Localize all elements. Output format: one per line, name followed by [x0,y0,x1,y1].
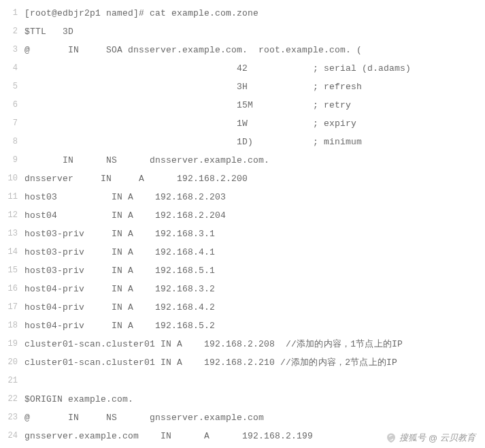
line-number: 14 [0,243,24,261]
code-text: host04-priv IN A 192.168.4.2 [24,298,485,317]
line-number: 4 [0,59,24,78]
line-number: 8 [0,133,24,151]
code-text: IN NS dnsserver.example.com. [24,151,485,170]
code-line: 20cluster01-scan.cluster01 IN A 192.168.… [0,353,485,372]
code-text: 42 ; serial (d.adams) [24,59,485,78]
code-line: 9 IN NS dnsserver.example.com. [0,151,485,170]
watermark-label: 搜狐号 [399,432,426,444]
code-line: 8 1D) ; minimum [0,133,485,151]
code-line: 7 1W ; expiry [0,114,485,133]
code-line: 22$ORIGIN example.com. [0,390,485,409]
code-text: [root@edbjr2p1 named]# cat example.com.z… [24,4,485,22]
line-number: 20 [0,353,24,372]
line-number: 21 [0,372,24,390]
code-line: 19cluster01-scan.cluster01 IN A 192.168.… [0,335,485,353]
code-line: 2$TTL 3D [0,22,485,41]
code-text: 1D) ; minimum [24,133,485,151]
code-text: host03-priv IN A 192.168.4.1 [24,243,485,261]
line-number: 5 [0,78,24,96]
code-text: host03-priv IN A 192.168.5.1 [24,261,485,280]
code-line: 13host03-priv IN A 192.168.3.1 [0,225,485,243]
code-line: 16host04-priv IN A 192.168.3.2 [0,280,485,298]
code-line: 23@ IN NS gnsserver.example.com [0,409,485,427]
code-text: @ IN NS gnsserver.example.com [24,409,485,427]
line-number: 24 [0,427,24,445]
code-text: cluster01-scan.cluster01 IN A 192.168.2.… [24,353,485,372]
code-text: cluster01-scan.cluster01 IN A 192.168.2.… [24,335,485,353]
code-line: 5 3H ; refresh [0,78,485,96]
watermark-name: 云贝教育 [440,432,475,444]
line-number: 13 [0,225,24,243]
code-text: host03-priv IN A 192.168.3.1 [24,225,485,243]
line-number: 7 [0,114,24,133]
code-text: 1W ; expiry [24,114,485,133]
line-number: 10 [0,170,24,188]
line-number: 11 [0,188,24,206]
code-text: host04 IN A 192.168.2.204 [24,206,485,225]
code-text: 15M ; retry [24,96,485,114]
code-text: 3H ; refresh [24,78,485,96]
sohu-logo-icon [386,432,397,443]
code-line: 6 15M ; retry [0,96,485,114]
code-text: $TTL 3D [24,22,485,41]
code-text: $ORIGIN example.com. [24,390,485,409]
code-line: 14host03-priv IN A 192.168.4.1 [0,243,485,261]
line-number: 23 [0,409,24,427]
line-number: 1 [0,4,24,22]
code-line: 10dnsserver IN A 192.168.2.200 [0,170,485,188]
code-line: 18host04-priv IN A 192.168.5.2 [0,317,485,335]
line-number: 2 [0,22,24,41]
line-number: 19 [0,335,24,353]
code-line: 17host04-priv IN A 192.168.4.2 [0,298,485,317]
code-text: @ IN SOA dnsserver.example.com. root.exa… [24,41,485,59]
line-number: 9 [0,151,24,170]
code-line: 15host03-priv IN A 192.168.5.1 [0,261,485,280]
code-line: 21 [0,372,485,390]
code-text: dnsserver IN A 192.168.2.200 [24,170,485,188]
code-line: 1[root@edbjr2p1 named]# cat example.com.… [0,4,485,22]
code-text: host04-priv IN A 192.168.5.2 [24,317,485,335]
code-text: host04-priv IN A 192.168.3.2 [24,280,485,298]
line-number: 6 [0,96,24,114]
line-number: 16 [0,280,24,298]
code-block: 1[root@edbjr2p1 named]# cat example.com.… [0,0,485,445]
code-line: 11host03 IN A 192.168.2.203 [0,188,485,206]
watermark: 搜狐号 @ 云贝教育 [386,432,475,444]
code-line: 12host04 IN A 192.168.2.204 [0,206,485,225]
line-number: 22 [0,390,24,409]
watermark-at: @ [429,433,437,443]
line-number: 3 [0,41,24,59]
code-text: host03 IN A 192.168.2.203 [24,188,485,206]
code-line: 4 42 ; serial (d.adams) [0,59,485,78]
line-number: 15 [0,261,24,280]
line-number: 12 [0,206,24,225]
line-number: 17 [0,298,24,317]
code-line: 3@ IN SOA dnsserver.example.com. root.ex… [0,41,485,59]
line-number: 18 [0,317,24,335]
